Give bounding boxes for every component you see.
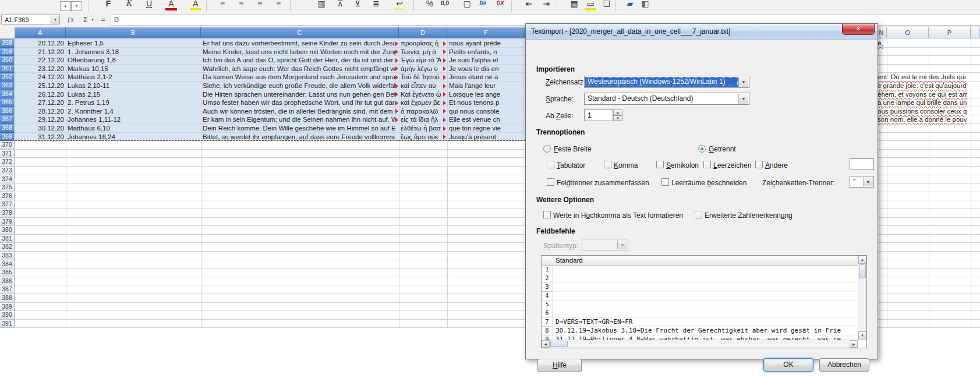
hilfe-button[interactable]: Hilfe: [537, 359, 582, 372]
cell-text-gr[interactable]: προορίσας ἡ: [401, 40, 444, 47]
dialog-titlebar[interactable]: Textimport - [2020_merger_all_data_in_on…: [526, 24, 878, 40]
select-all-corner[interactable]: [0, 27, 15, 39]
font-size-up-icon[interactable]: ▴: [60, 1, 71, 11]
row-header-380[interactable]: 380: [0, 226, 15, 235]
align-right-icon[interactable]: ≡: [252, 0, 268, 12]
increase-indent-icon[interactable]: ⇥: [538, 0, 554, 12]
cell-reference[interactable]: Johannes 16,24: [68, 133, 200, 141]
cell-text-gr[interactable]: Τεκνία, μὴ ἀ: [401, 48, 444, 56]
feldtrenner-checkbox[interactable]: [547, 178, 554, 186]
highlight-color-icon[interactable]: A: [187, 0, 204, 12]
cell-reference[interactable]: Lukas 2,15: [68, 91, 200, 98]
row-header-364[interactable]: 364: [0, 90, 15, 99]
cell-text-de[interactable]: Wahrlich, ich sage euch: Wer das Reich G…: [203, 65, 395, 73]
scroll-down-icon[interactable]: ▼: [858, 331, 866, 340]
align-center-icon[interactable]: ≡: [233, 0, 249, 12]
spin-down-icon[interactable]: ▼: [613, 115, 622, 121]
cell-text-fr[interactable]: Je suis l'alpha et: [449, 56, 525, 64]
row-header-366[interactable]: 366: [0, 107, 15, 116]
cell-date[interactable]: 24.12.20: [15, 73, 64, 81]
cell-reference[interactable]: Matthäus 6,10: [68, 125, 200, 132]
preview-horizontal-scrollbar[interactable]: ◀ ▶: [542, 340, 858, 348]
row-header-365[interactable]: 365: [0, 98, 15, 107]
name-box-dropdown-icon[interactable]: ▾: [51, 15, 59, 24]
cell-text-fr[interactable]: Mais l'ange leur: [449, 82, 525, 90]
row-header-359[interactable]: 359: [0, 48, 15, 56]
row-header-383[interactable]: 383: [0, 252, 15, 260]
cell-reference[interactable]: Epheser 1,5: [68, 40, 200, 47]
cell-text-gr[interactable]: Τοῦ δὲ Ἰησοῦ: [401, 73, 444, 81]
row-header-381[interactable]: 381: [0, 235, 15, 243]
decrease-indent-icon[interactable]: ⇤: [521, 0, 537, 12]
row-header-378[interactable]: 378: [0, 209, 15, 218]
standard-format-icon[interactable]: ▢: [459, 0, 475, 12]
row-header-371[interactable]: 371: [0, 150, 15, 158]
sprache-dropdown-icon[interactable]: ▼: [738, 94, 748, 104]
cell-text-fr[interactable]: Jusqu'à présent: [449, 133, 525, 141]
preview-vertical-scrollbar[interactable]: ▲ ▼: [858, 256, 866, 340]
cell-reference[interactable]: Matthäus 2,1-2: [68, 73, 200, 81]
row-header-389[interactable]: 389: [0, 303, 15, 312]
cell-text-gr[interactable]: καὶ ἔχομεν βε: [401, 99, 444, 107]
hochkomma-label[interactable]: Werte in Hochkomma als Text formatieren: [553, 211, 683, 220]
column-header-F[interactable]: F: [447, 27, 525, 38]
insert-chart-icon[interactable]: ▰: [622, 0, 638, 12]
cell-reference[interactable]: 2. Petrus 1,19: [68, 99, 200, 107]
cell-date[interactable]: 21.12.20: [15, 48, 64, 56]
cell-reference[interactable]: Markus 10,15: [68, 65, 200, 73]
cell-date[interactable]: 23.12.20: [15, 65, 64, 73]
leerzeichen-label[interactable]: Leerzeichen: [713, 161, 751, 169]
background-color-icon[interactable]: ▭: [582, 0, 599, 12]
cell-text-gr[interactable]: ἕως ἄρτι οὐκ: [401, 133, 444, 141]
cell-reference[interactable]: 2. Korinther 1,4: [68, 108, 200, 115]
row-header-363[interactable]: 363: [0, 82, 15, 90]
shadow-icon[interactable]: ❏: [599, 0, 615, 12]
row-header-385[interactable]: 385: [0, 269, 15, 277]
add-decimal-icon[interactable]: .0#: [474, 0, 490, 12]
andere-checkbox[interactable]: [755, 161, 763, 168]
cell-text-gr[interactable]: εἰς τὰ ἴδια ἦλ: [401, 116, 444, 123]
vscroll-thumb[interactable]: [859, 264, 866, 278]
cell-date[interactable]: 20.12.20: [15, 40, 64, 47]
row-header-370[interactable]: 370: [0, 141, 15, 150]
cell-text-fr[interactable]: Elle est venue ch: [449, 116, 525, 123]
abbrechen-button[interactable]: Abbrechen: [819, 358, 869, 372]
cell-text-de[interactable]: Ich bin das A und das O, spricht Gott de…: [203, 56, 395, 64]
row-header-360[interactable]: 360: [0, 56, 15, 65]
trenner-dropdown-icon[interactable]: ▼: [863, 177, 873, 186]
align-top-icon[interactable]: ⊼: [332, 0, 348, 12]
row-header-391[interactable]: 391: [0, 320, 15, 328]
komma-label[interactable]: Komma: [614, 161, 638, 169]
row-header-374[interactable]: 374: [0, 175, 15, 184]
cell-date[interactable]: 31.12.20: [15, 133, 64, 141]
formula-equals-button[interactable]: =: [97, 15, 109, 24]
cell-text-de[interactable]: Da kamen Weise aus dem Morgenland nach J…: [203, 73, 395, 81]
row-header-361[interactable]: 361: [0, 65, 15, 73]
andere-label[interactable]: Andere: [765, 161, 788, 169]
preview-column-header[interactable]: Standard: [556, 256, 583, 265]
align-left-icon[interactable]: ≡: [214, 0, 231, 12]
sum-dropdown-icon[interactable]: ▾: [90, 15, 95, 24]
cell-text-gr[interactable]: ὁ παρακαλῶ: [401, 108, 444, 115]
feste-breite-label[interactable]: Feste Breite: [554, 145, 592, 153]
row-header-388[interactable]: 388: [0, 294, 15, 303]
scroll-left-icon[interactable]: ◀: [542, 340, 550, 348]
leerzeichen-checkbox[interactable]: [703, 161, 711, 168]
align-middle-icon[interactable]: ≣: [368, 0, 384, 12]
row-header-367[interactable]: 367: [0, 115, 15, 124]
cell-text-fr[interactable]: Jésus étant né à: [449, 73, 525, 81]
zeichenketten-trenner-select[interactable]: " ▼: [850, 176, 874, 188]
column-header-partial[interactable]: [971, 27, 980, 38]
close-button[interactable]: ✕: [842, 24, 875, 35]
row-header-369[interactable]: 369: [0, 133, 15, 142]
row-header-358[interactable]: 358: [0, 39, 15, 48]
getrennt-label[interactable]: Getrennt: [709, 145, 736, 153]
italic-icon[interactable]: K: [121, 0, 137, 12]
feldtrenner-label[interactable]: Feldtrenner zusammenfassen: [557, 179, 649, 187]
getrennt-radio[interactable]: [698, 145, 706, 153]
cell-text-de[interactable]: Umso fester haben wir das prophetische W…: [203, 99, 395, 107]
zeichensatz-select[interactable]: Westeuropäisch (Windows-1252/WinLatin 1)…: [584, 76, 749, 88]
cell-date[interactable]: 27.12.20: [15, 99, 64, 107]
cell-text-de[interactable]: Meine Kinder, lasst uns nicht lieben mit…: [203, 48, 395, 56]
row-header-368[interactable]: 368: [0, 124, 15, 133]
